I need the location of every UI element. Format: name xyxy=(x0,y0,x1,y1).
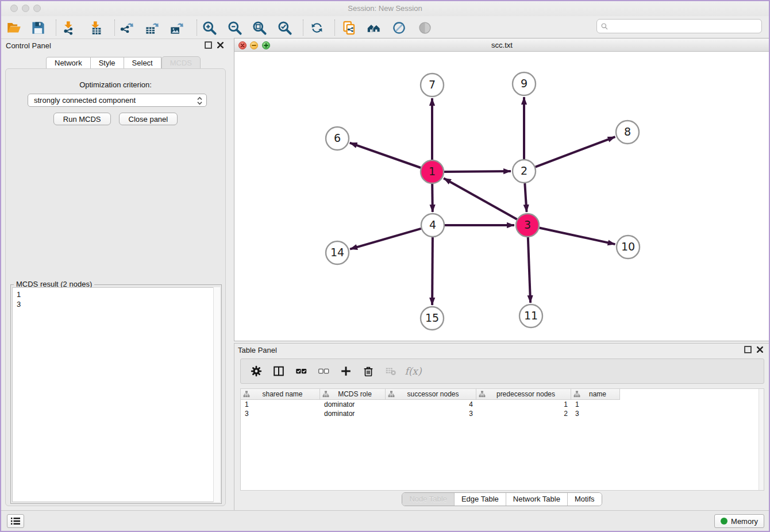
table-scrollbar[interactable] xyxy=(759,389,764,490)
tab-style[interactable]: Style xyxy=(91,57,124,69)
column-header-successor-nodes[interactable]: successor nodes xyxy=(386,389,476,400)
deselect-all-columns-button[interactable] xyxy=(314,361,333,381)
zoom-out-button[interactable] xyxy=(224,18,245,37)
edge-1-6[interactable] xyxy=(350,143,421,168)
edge-3-1[interactable] xyxy=(444,178,517,219)
node-1[interactable]: 1 xyxy=(421,160,444,183)
svg-text:6: 6 xyxy=(334,132,341,144)
run-mcds-button[interactable]: Run MCDS xyxy=(53,113,111,125)
tab-node-table[interactable]: Node Table xyxy=(402,493,454,506)
float-table-panel-icon[interactable] xyxy=(744,346,752,353)
result-scrollbar[interactable] xyxy=(213,287,220,502)
close-panel-button[interactable]: Close panel xyxy=(119,113,178,125)
search-box[interactable] xyxy=(596,19,762,33)
node-11[interactable]: 11 xyxy=(519,304,542,327)
node-6[interactable]: 6 xyxy=(326,127,349,150)
task-history-button[interactable] xyxy=(7,514,24,528)
show-columns-button[interactable] xyxy=(269,361,288,381)
tab-select[interactable]: Select xyxy=(124,57,161,69)
table-cell: 4 xyxy=(386,400,476,409)
network-canvas[interactable]: 7968124314101511 xyxy=(234,52,769,341)
export-image-button[interactable] xyxy=(166,18,187,37)
column-header-name[interactable]: name xyxy=(571,389,620,400)
node-2[interactable]: 2 xyxy=(513,160,536,183)
delete-columns-button[interactable] xyxy=(359,361,378,381)
table-cell: dominator xyxy=(320,409,386,418)
select-all-columns-icon xyxy=(295,365,307,377)
edge-2-3[interactable] xyxy=(525,183,526,212)
mcds-panel-body: Optimization criterion: strongly connect… xyxy=(5,68,226,506)
float-panel-icon[interactable] xyxy=(205,41,212,49)
tab-network-table[interactable]: Network Table xyxy=(506,493,567,506)
open-file-button[interactable] xyxy=(3,18,24,37)
criterion-select[interactable]: strongly connected component xyxy=(28,94,207,107)
memory-button[interactable]: Memory xyxy=(714,514,764,528)
node-3[interactable]: 3 xyxy=(516,214,539,237)
apply-layout-icon xyxy=(309,20,325,36)
save-session-button[interactable] xyxy=(28,18,48,37)
svg-text:1: 1 xyxy=(429,165,436,178)
table-row[interactable]: 1dominator411 xyxy=(241,400,764,409)
node-10[interactable]: 10 xyxy=(617,236,640,259)
first-neighbors-button[interactable] xyxy=(363,18,384,37)
control-panel-title: Control Panel xyxy=(6,41,232,53)
search-input[interactable] xyxy=(609,22,761,30)
zoom-fit-button[interactable] xyxy=(249,18,270,37)
criterion-value: strongly connected component xyxy=(34,96,136,105)
tab-network[interactable]: Network xyxy=(46,57,91,69)
table-cell: 3 xyxy=(386,409,476,418)
node-7[interactable]: 7 xyxy=(421,74,444,97)
edge-3-10[interactable] xyxy=(540,228,615,245)
panel-splitter[interactable] xyxy=(229,40,233,511)
graphics-details-button[interactable] xyxy=(414,18,435,37)
edge-3-11[interactable] xyxy=(528,237,530,303)
table-settings-button[interactable] xyxy=(247,361,266,381)
column-header-predecessor-nodes[interactable]: predecessor nodes xyxy=(476,389,571,400)
zoom-in-button[interactable] xyxy=(199,18,220,37)
import-table-icon xyxy=(88,20,104,36)
zoom-selected-icon xyxy=(277,20,292,36)
table-cell: 1 xyxy=(571,400,620,409)
close-table-panel-icon[interactable] xyxy=(756,346,764,353)
import-table-button[interactable] xyxy=(86,18,106,37)
edge-4-15[interactable] xyxy=(432,237,433,305)
hide-selected-button[interactable] xyxy=(388,18,409,37)
column-header-MCDS-role[interactable]: MCDS role xyxy=(320,389,386,400)
edge-1-4[interactable] xyxy=(432,184,433,212)
node-14[interactable]: 14 xyxy=(326,241,349,264)
zoom-in-icon xyxy=(202,20,217,36)
export-table-button[interactable] xyxy=(141,18,162,37)
hide-selected-icon xyxy=(391,20,407,36)
zoom-fit-icon xyxy=(252,20,267,36)
node-table[interactable]: shared nameMCDS rolesuccessor nodesprede… xyxy=(240,388,764,491)
svg-text:9: 9 xyxy=(521,77,528,90)
node-8[interactable]: 8 xyxy=(616,121,639,144)
edge-2-8[interactable] xyxy=(536,137,615,167)
memory-label: Memory xyxy=(731,517,758,526)
select-all-columns-button[interactable] xyxy=(291,361,311,381)
apply-layout-button[interactable] xyxy=(306,18,327,37)
zoom-selected-button[interactable] xyxy=(274,18,295,37)
edge-4-14[interactable] xyxy=(350,229,421,249)
toolbar-separator xyxy=(334,20,335,36)
result-line: 1 xyxy=(17,290,220,299)
node-4[interactable]: 4 xyxy=(421,214,444,237)
tab-motifs[interactable]: Motifs xyxy=(567,493,602,506)
import-network-button[interactable] xyxy=(59,18,79,37)
toolbar-separator xyxy=(303,20,303,36)
network-window-titlebar[interactable]: scc.txt xyxy=(234,38,769,52)
tab-mcds[interactable]: MCDS xyxy=(161,56,201,69)
close-panel-icon[interactable] xyxy=(217,41,224,49)
column-header-shared-name[interactable]: shared name xyxy=(241,389,320,400)
table-row[interactable]: 3dominator323 xyxy=(241,409,764,418)
svg-text:14: 14 xyxy=(330,246,344,259)
table-panel: Table Panel f(x) shared nameMCDS rolesuc… xyxy=(234,343,770,511)
new-network-from-selection-button[interactable] xyxy=(338,18,359,37)
node-9[interactable]: 9 xyxy=(513,72,536,95)
application-window: { "window": { "title": "Session: New Ses… xyxy=(0,0,770,532)
export-network-button[interactable] xyxy=(116,18,137,37)
create-column-button[interactable] xyxy=(336,361,356,381)
edge-1-2[interactable] xyxy=(444,171,511,172)
node-15[interactable]: 15 xyxy=(421,307,444,330)
tab-edge-table[interactable]: Edge Table xyxy=(454,493,506,506)
